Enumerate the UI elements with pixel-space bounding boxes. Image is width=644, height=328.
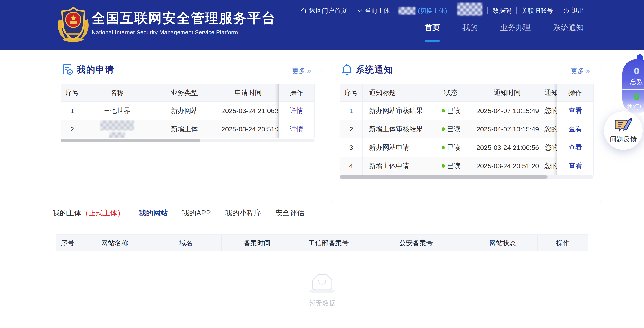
current-subject-label: 当前主体： — [365, 6, 396, 15]
logout-link[interactable]: 退出 — [563, 6, 584, 15]
document-check-icon — [63, 64, 73, 76]
empty-inbox-icon — [308, 271, 337, 294]
divider — [452, 7, 452, 14]
empty-text: 暂无数据 — [309, 299, 336, 308]
asset-tabs: 我的主体（正式主体） 我的网站 我的APP 我的小程序 安全评估 — [52, 208, 600, 223]
status-badge: 已读 — [447, 143, 461, 152]
active-tab-underline — [139, 223, 168, 223]
nav-item-business[interactable]: 业务办理 — [500, 22, 531, 42]
table-header-row: 序号 通知标题 状态 通知时间 通知内容 操作 — [340, 84, 594, 102]
view-link[interactable]: 查看 — [568, 143, 582, 152]
running-label: 执行中 — [627, 103, 644, 112]
notifications-more-link[interactable]: 更多 » — [568, 66, 593, 76]
table-row: 1 新办网站审核结果 已读 2025-04-07 10:15:49 您的 查看 — [340, 102, 594, 120]
current-subject[interactable]: 当前主体： (切换主体) — [357, 6, 447, 15]
feedback-button[interactable]: 问题反馈 — [604, 111, 643, 150]
detail-link[interactable]: 详情 — [290, 106, 303, 115]
system-notifications-panel: 系统通知 更多 » 序号 通知标题 状态 通知时间 通知内容 操作 1 新办网站… — [332, 70, 601, 202]
nav-item-home[interactable]: 首页 — [425, 22, 440, 42]
divider — [558, 7, 558, 14]
view-link[interactable]: 查看 — [568, 106, 582, 115]
tab-my-websites[interactable]: 我的网站 — [139, 208, 168, 223]
subject-status-warning: （正式主体） — [81, 209, 124, 217]
table-header-row: 序号 网站名称 域名 备案时间 工信部备案号 公安备案号 网站状态 操作 — [56, 235, 588, 251]
view-link[interactable]: 查看 — [568, 125, 582, 134]
panel-title-text: 系统通知 — [356, 63, 393, 76]
header-utility-bar: 返回门户首页 当前主体： (切换主体) 数据码 关联旧账号 — [301, 5, 584, 17]
data-code-link[interactable]: 数据码 — [492, 6, 512, 15]
bell-outline-icon — [342, 64, 352, 76]
status-dot — [442, 146, 445, 149]
redacted-name-cell — [83, 120, 151, 139]
my-applications-title: 我的申请 — [59, 63, 118, 76]
tab-my-subject[interactable]: 我的主体（正式主体） — [52, 208, 124, 223]
panel-title-text: 我的申请 — [76, 63, 114, 76]
horizontal-scrollbar — [340, 175, 594, 178]
view-link[interactable]: 查看 — [568, 161, 582, 170]
my-applications-more-link[interactable]: 更多 » — [289, 66, 314, 76]
tab-my-miniprogram[interactable]: 我的小程序 — [225, 208, 261, 223]
table-row: 4 新增主体申请 已读 2025-03-24 20:51:20 您的 查看 — [340, 157, 594, 175]
link-old-account[interactable]: 关联旧账号 — [522, 6, 553, 15]
tab-security-assessment[interactable]: 安全评估 — [276, 208, 304, 223]
nav-item-mine[interactable]: 我的 — [462, 22, 478, 42]
police-badge-logo — [56, 6, 91, 43]
brand: 全国互联网安全管理服务平台 National Internet Security… — [92, 10, 276, 36]
active-underline — [425, 40, 440, 42]
scrollbar-thumb[interactable] — [340, 175, 548, 178]
detail-link[interactable]: 详情 — [290, 125, 303, 134]
total-label: 总数 — [630, 77, 643, 86]
divider — [622, 89, 644, 90]
account-name-redacted — [457, 3, 482, 16]
status-badge: 已读 — [447, 106, 461, 115]
tab-my-app[interactable]: 我的APP — [182, 208, 211, 223]
total-count: 0 — [634, 65, 639, 77]
double-chevron-icon: » — [307, 66, 311, 75]
subject-name-redacted — [398, 7, 416, 14]
notifications-table: 序号 通知标题 状态 通知时间 通知内容 操作 1 新办网站审核结果 已读 20… — [340, 84, 594, 175]
return-portal-link[interactable]: 返回门户首页 — [301, 6, 347, 15]
feedback-note-pen-icon — [614, 116, 632, 134]
main-nav: 首页 我的 业务办理 系统通知 — [425, 22, 584, 42]
home-icon — [301, 8, 307, 14]
status-dot — [442, 109, 445, 112]
websites-table: 序号 网站名称 域名 备案时间 工信部备案号 公安备案号 网站状态 操作 暂无数… — [56, 234, 588, 327]
platform-title: 全国互联网安全管理服务平台 — [92, 10, 276, 26]
table-row: 2 新增主体 2025-03-24 20:51:20 详情 — [61, 120, 314, 139]
power-icon — [563, 8, 570, 14]
divider — [516, 7, 516, 14]
status-dot — [442, 128, 445, 131]
table-row: 2 新增主体审核结果 已读 2025-04-07 10:15:49 您的 查看 — [340, 120, 594, 139]
task-counter-widget[interactable]: 0 总数 0 执行中 — [622, 59, 644, 114]
page: 全国互联网安全管理服务平台 National Internet Security… — [0, 0, 644, 328]
chevron-down-icon — [357, 9, 362, 12]
empty-state: 暂无数据 — [56, 251, 588, 308]
horizontal-scrollbar — [61, 139, 314, 142]
scrollbar-thumb[interactable] — [61, 139, 200, 142]
status-dot — [442, 164, 445, 167]
double-chevron-icon: » — [586, 66, 590, 75]
status-badge: 已读 — [447, 161, 461, 170]
my-applications-panel: 我的申请 更多 » 序号 名称 业务类型 申请时间 操作 1 三七世界 新办网站… — [52, 70, 322, 202]
table-row: 1 三七世界 新办网站 2025-03-24 21:06:56 详情 — [61, 102, 314, 120]
switch-subject-link[interactable]: (切换主体) — [418, 6, 447, 15]
nav-item-notifications[interactable]: 系统通知 — [553, 22, 584, 42]
status-badge: 已读 — [447, 125, 461, 134]
platform-subtitle: National Internet Security Management Se… — [92, 29, 276, 36]
running-count: 0 — [634, 91, 639, 103]
table-row: 3 新办网站申请 已读 2025-03-24 21:06:56 您的 查看 — [340, 139, 594, 157]
feedback-label: 问题反馈 — [610, 135, 637, 144]
header: 全国互联网安全管理服务平台 National Internet Security… — [0, 0, 644, 50]
table-header-row: 序号 名称 业务类型 申请时间 操作 — [61, 84, 314, 102]
system-notifications-title: 系统通知 — [338, 63, 397, 76]
my-applications-table: 序号 名称 业务类型 申请时间 操作 1 三七世界 新办网站 2025-03-2… — [61, 84, 314, 139]
